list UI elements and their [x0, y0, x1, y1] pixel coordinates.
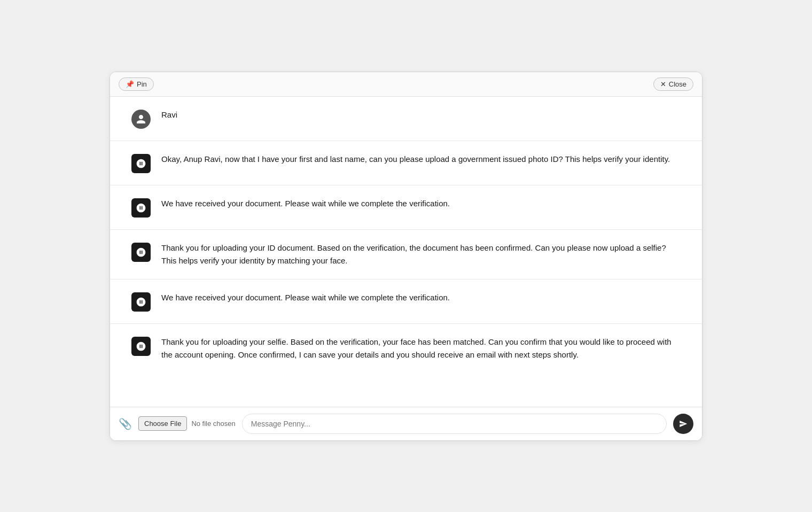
bot-icon-5 — [136, 341, 146, 352]
pin-button[interactable]: 📌 Pin — [119, 77, 154, 91]
bot-message-content-1: Okay, Anup Ravi, now that I have your fi… — [161, 153, 681, 166]
send-button[interactable] — [673, 414, 693, 434]
user-message-content: Ravi — [161, 108, 681, 121]
message-row-bot-2: We have received your document. Please w… — [110, 185, 702, 230]
no-file-text: No file chosen — [191, 420, 235, 428]
message-row-bot-5: Thank you for uploading your selfie. Bas… — [110, 324, 702, 373]
bot-icon-2 — [136, 203, 146, 213]
chat-messages: Ravi Okay, Anup Ravi, now that I have yo… — [110, 97, 702, 407]
bot-message-content-5: Thank you for uploading your selfie. Bas… — [161, 336, 681, 361]
bot-message-content-3: Thank you for uploading your ID document… — [161, 242, 681, 267]
message-row-bot-1: Okay, Anup Ravi, now that I have your fi… — [110, 141, 702, 185]
attachment-icon[interactable]: 📎 — [119, 417, 132, 430]
message-row-bot-4: We have received your document. Please w… — [110, 280, 702, 324]
user-avatar — [131, 110, 151, 129]
chat-input-area: 📎 Choose File No file chosen — [110, 407, 702, 440]
bot-avatar-4 — [131, 292, 151, 312]
send-icon — [679, 420, 688, 428]
pin-label: Pin — [137, 80, 147, 88]
close-button[interactable]: ✕ Close — [653, 77, 693, 91]
message-row-bot-3: Thank you for uploading your ID document… — [110, 230, 702, 280]
close-x-icon: ✕ — [660, 80, 666, 88]
file-input-wrapper: Choose File No file chosen — [138, 416, 236, 431]
bot-icon-1 — [136, 158, 146, 169]
bot-icon-3 — [136, 247, 146, 258]
close-label: Close — [669, 80, 686, 88]
bot-avatar-3 — [131, 243, 151, 262]
choose-file-button[interactable]: Choose File — [138, 416, 187, 431]
person-icon — [136, 114, 146, 125]
chat-header: 📌 Pin ✕ Close — [110, 72, 702, 97]
chat-container: 📌 Pin ✕ Close Ravi — [110, 72, 702, 441]
message-row-user: Ravi — [110, 97, 702, 141]
bot-avatar-1 — [131, 154, 151, 173]
bot-message-content-2: We have received your document. Please w… — [161, 197, 681, 210]
bot-message-content-4: We have received your document. Please w… — [161, 291, 681, 304]
bot-avatar-2 — [131, 198, 151, 218]
message-input[interactable] — [242, 414, 667, 434]
bot-avatar-5 — [131, 337, 151, 356]
bot-icon-4 — [136, 297, 146, 307]
pin-icon: 📌 — [126, 80, 134, 88]
user-name-text: Ravi — [161, 110, 177, 119]
